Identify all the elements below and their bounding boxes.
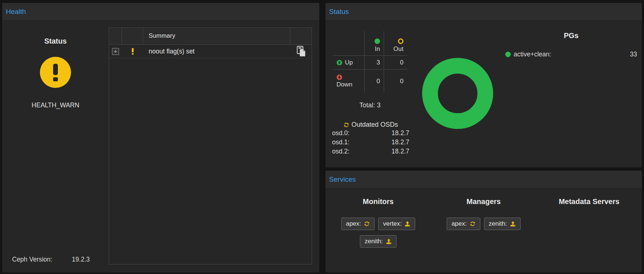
- manager-zenith-button[interactable]: zenith:: [484, 218, 521, 230]
- arrow-circle-up-icon: [336, 60, 342, 66]
- monitor-apex-button[interactable]: apex:: [341, 218, 375, 230]
- monitors-heading: Monitors: [363, 197, 394, 206]
- monitors-column: Monitors apex: vertex: zenith:: [325, 197, 431, 248]
- health-status-column: Status HEALTH_WARN Ceph Version: 19.2.3: [2, 21, 109, 273]
- metadata-servers-heading: Metadata Servers: [559, 197, 619, 206]
- ceph-version-value: 19.2.3: [72, 256, 90, 263]
- services-panel-title: Services: [329, 175, 356, 184]
- refresh-icon: [343, 122, 349, 128]
- osd-total: Total: 3: [333, 101, 407, 109]
- osd-in-header: In: [364, 31, 384, 55]
- osd-down-row-label: Down: [333, 69, 364, 93]
- summary-column-header: Summary: [143, 28, 290, 44]
- health-grid-row[interactable]: + noout flag(s) set: [109, 45, 312, 58]
- severity-column-header: [122, 28, 143, 44]
- osd-down-out-value: 0: [384, 69, 407, 93]
- pgs-legend-value: 33: [630, 51, 637, 58]
- health-summary-text: noout flag(s) set: [143, 48, 290, 55]
- health-warning-icon: [40, 57, 71, 88]
- outdated-osds-section: Outdated OSDs osd.0: 18.2.7 osd.1: 18.2.…: [331, 121, 410, 156]
- services-panel: Services Monitors apex: vertex: zenith:: [325, 171, 642, 273]
- manager-apex-button[interactable]: apex:: [447, 218, 480, 230]
- in-dot-icon: [375, 38, 380, 44]
- osd-out-header: Out: [384, 31, 407, 55]
- monitor-vertex-button[interactable]: vertex:: [378, 218, 415, 230]
- refresh-icon: [364, 221, 370, 227]
- monitor-zenith-button[interactable]: zenith:: [360, 235, 397, 248]
- outdated-osd-row: osd.0: 18.2.7: [331, 129, 410, 138]
- managers-column: Managers apex: zenith:: [431, 197, 536, 248]
- pgs-legend-label: active+clean:: [514, 51, 630, 58]
- out-ring-icon: [398, 38, 403, 44]
- osd-up-in-value: 3: [364, 55, 384, 69]
- refresh-icon: [470, 221, 476, 227]
- status-panel: Status In Out Up 3 0 Down 0 0 Total: 3 O…: [325, 3, 642, 167]
- outdated-osd-row: osd.2: 18.2.7: [331, 147, 410, 156]
- upload-icon: [510, 221, 516, 227]
- osd-status-table: In Out Up 3 0 Down 0 0: [333, 31, 407, 93]
- health-summary-grid: Summary + noout flag(s) set: [109, 27, 312, 264]
- upload-icon: [405, 221, 410, 227]
- services-columns: Monitors apex: vertex: zenith: Manager: [325, 189, 642, 248]
- osd-up-row-label: Up: [333, 55, 364, 69]
- health-panel-header: Health: [2, 3, 319, 21]
- health-panel-title: Health: [6, 8, 26, 16]
- status-panel-header: Status: [325, 3, 642, 21]
- osd-up-out-value: 0: [384, 55, 407, 69]
- health-status-value: HEALTH_WARN: [2, 101, 109, 109]
- pgs-legend-row: active+clean: 33: [505, 51, 637, 58]
- actions-column-header: [290, 28, 312, 44]
- active-clean-dot-icon: [505, 52, 511, 57]
- osd-down-in-value: 0: [364, 69, 384, 93]
- managers-heading: Managers: [466, 197, 500, 206]
- outdated-osd-row: osd.1: 18.2.7: [331, 138, 410, 147]
- health-status-heading: Status: [2, 37, 109, 45]
- ceph-version-label: Ceph Version:: [12, 256, 52, 263]
- pgs-donut-chart: [422, 58, 493, 129]
- copy-icon[interactable]: [297, 46, 306, 57]
- ceph-version-row: Ceph Version: 19.2.3: [12, 256, 90, 263]
- pgs-title: PGs: [505, 32, 637, 40]
- upload-icon: [386, 238, 392, 244]
- osd-table-corner-cell: [333, 31, 364, 55]
- services-panel-header: Services: [325, 171, 642, 189]
- health-panel: Health Status HEALTH_WARN Ceph Version: …: [2, 3, 319, 273]
- warning-exclamation-icon: [132, 48, 134, 55]
- row-expander-icon[interactable]: +: [112, 48, 119, 55]
- expander-column-header: [109, 28, 122, 44]
- health-grid-header: Summary: [109, 28, 312, 45]
- arrow-circle-down-icon: [336, 74, 342, 80]
- status-panel-title: Status: [329, 8, 349, 16]
- metadata-servers-column: Metadata Servers: [536, 197, 642, 248]
- outdated-osds-title: Outdated OSDs: [331, 121, 410, 129]
